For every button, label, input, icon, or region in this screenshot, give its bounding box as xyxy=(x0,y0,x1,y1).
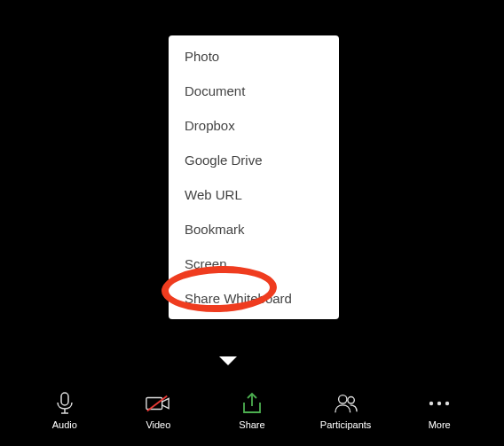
more-label: More xyxy=(429,419,451,430)
video-off-icon xyxy=(146,391,170,416)
participants-icon xyxy=(334,391,358,416)
share-option-photo[interactable]: Photo xyxy=(169,39,339,74)
audio-button[interactable]: Audio xyxy=(34,391,96,430)
audio-label: Audio xyxy=(52,419,77,430)
more-icon xyxy=(427,391,452,416)
share-option-bookmark[interactable]: Bookmark xyxy=(169,212,339,246)
share-option-web-url[interactable]: Web URL xyxy=(169,177,339,212)
svg-point-8 xyxy=(437,402,441,405)
svg-point-5 xyxy=(338,395,346,403)
meeting-toolbar: Audio Video Share xyxy=(0,391,504,430)
share-option-google-drive[interactable]: Google Drive xyxy=(169,143,339,177)
menu-pointer-arrow xyxy=(219,356,237,365)
share-icon xyxy=(240,391,264,416)
svg-point-9 xyxy=(445,402,449,405)
participants-label: Participants xyxy=(320,419,371,430)
share-options-menu: Photo Document Dropbox Google Drive Web … xyxy=(169,35,339,319)
more-button[interactable]: More xyxy=(408,391,470,430)
share-option-screen[interactable]: Screen xyxy=(169,246,339,281)
participants-button[interactable]: Participants xyxy=(315,391,377,430)
video-button[interactable]: Video xyxy=(127,391,189,430)
share-label: Share xyxy=(239,419,264,430)
share-button[interactable]: Share xyxy=(221,391,283,430)
share-option-document[interactable]: Document xyxy=(169,74,339,108)
svg-rect-3 xyxy=(146,397,162,409)
mic-icon xyxy=(52,391,77,416)
video-label: Video xyxy=(146,419,170,430)
share-option-dropbox[interactable]: Dropbox xyxy=(169,108,339,143)
svg-point-6 xyxy=(347,397,353,403)
svg-rect-0 xyxy=(61,393,68,405)
share-option-share-whiteboard[interactable]: Share Whiteboard xyxy=(169,281,339,316)
svg-point-7 xyxy=(429,402,433,405)
